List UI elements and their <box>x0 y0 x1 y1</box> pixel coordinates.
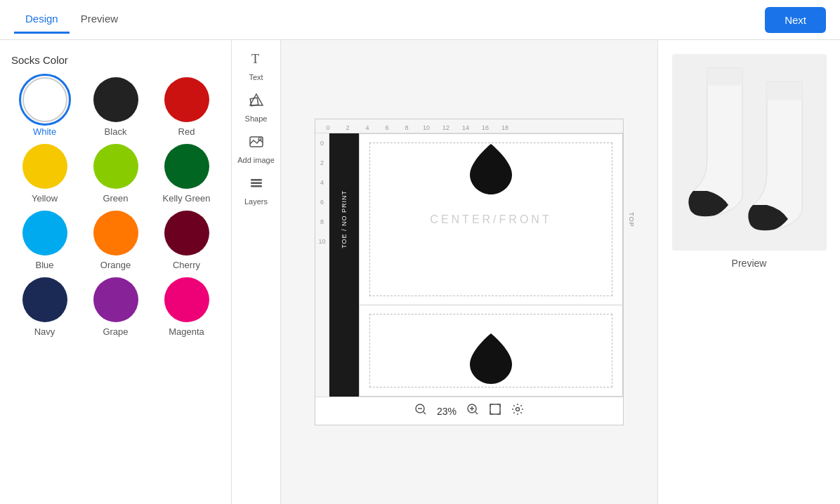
ruler-h-inner: 024681012141618 <box>315 124 515 131</box>
zoom-bar: 23% <box>315 397 623 425</box>
svg-rect-14 <box>490 404 500 414</box>
main-layout: Socks Color WhiteBlackRedYellowGreenKell… <box>0 40 840 504</box>
sock-design: TOE / NO PRINT CENTER/FRONT <box>329 133 623 397</box>
color-item-magenta[interactable]: Magenta <box>153 277 220 337</box>
color-item-yellow[interactable]: Yellow <box>11 144 78 204</box>
color-label-yellow: Yellow <box>32 193 58 204</box>
color-item-red[interactable]: Red <box>153 77 220 137</box>
add-image-tool-label: Add image <box>237 156 275 164</box>
svg-rect-6 <box>251 185 262 187</box>
ruler-h-num-10: 10 <box>416 124 436 131</box>
sock-upper: TOE / NO PRINT CENTER/FRONT <box>329 133 623 305</box>
layers-tool-label: Layers <box>244 197 268 206</box>
text-icon: T <box>249 51 264 71</box>
ruler-h-num-6: 6 <box>377 124 397 131</box>
color-label-green: Green <box>103 193 128 204</box>
preview-label: Preview <box>732 258 767 269</box>
color-label-cherry: Cherry <box>173 260 200 270</box>
svg-text:T: T <box>251 52 259 66</box>
tool-shape[interactable]: Shape <box>241 88 272 127</box>
shape-svg-top[interactable] <box>470 144 512 197</box>
canvas-inner: TOE / NO PRINT CENTER/FRONT <box>329 133 623 397</box>
tool-add-image[interactable]: Add image <box>233 130 279 168</box>
center-front-text: CENTER/FRONT <box>430 213 551 226</box>
color-label-kelly-green: Kelly Green <box>163 193 211 204</box>
ruler-h-num-2: 2 <box>338 124 357 131</box>
toe-no-print-label: TOE / NO PRINT <box>341 190 348 248</box>
shape-icon <box>249 93 264 112</box>
header: Design Preview Next <box>0 0 840 40</box>
color-item-grape[interactable]: Grape <box>82 277 149 337</box>
canvas-and-tools: TTextShapeAdd imageLayers 02468101214161… <box>232 40 657 504</box>
svg-rect-4 <box>251 179 262 181</box>
color-grid: WhiteBlackRedYellowGreenKelly GreenBlueO… <box>11 77 220 337</box>
ruler-v-num-10: 10 <box>315 232 329 251</box>
ruler-h-num-0: 0 <box>318 124 338 131</box>
zoom-percentage: 23% <box>437 406 457 417</box>
color-item-black[interactable]: Black <box>82 77 149 137</box>
ruler-v-num-6: 6 <box>315 192 329 212</box>
zoom-out-icon[interactable] <box>414 403 427 419</box>
color-label-navy: Navy <box>34 326 55 337</box>
sock-band-upper: TOE / NO PRINT <box>329 133 359 305</box>
ruler-v-num-0: 0 <box>315 133 329 153</box>
color-label-black: Black <box>105 126 127 137</box>
ruler-h-num-18: 18 <box>495 124 515 131</box>
preview-image <box>672 54 827 251</box>
svg-rect-17 <box>767 82 802 100</box>
color-label-grape: Grape <box>103 326 128 337</box>
svg-point-15 <box>516 408 520 411</box>
color-item-cherry[interactable]: Cherry <box>153 211 220 270</box>
color-label-orange: Orange <box>100 260 131 270</box>
svg-rect-5 <box>251 183 262 185</box>
color-item-orange[interactable]: Orange <box>82 211 149 270</box>
tab-design[interactable]: Design <box>14 6 70 34</box>
sock-center-upper: CENTER/FRONT TOP <box>359 133 623 305</box>
svg-rect-1 <box>250 98 258 106</box>
next-button[interactable]: Next <box>765 7 826 33</box>
tool-layers[interactable]: Layers <box>240 171 272 210</box>
color-item-white[interactable]: White <box>11 77 78 137</box>
ruler-horizontal: 024681012141618 <box>315 119 623 133</box>
center-panel: TTextShapeAdd imageLayers 02468101214161… <box>232 40 657 504</box>
tab-preview[interactable]: Preview <box>70 6 129 34</box>
zoom-in-icon[interactable] <box>466 403 479 419</box>
ruler-v-num-4: 4 <box>315 173 329 192</box>
tool-text[interactable]: TText <box>244 47 268 86</box>
color-item-green[interactable]: Green <box>82 144 149 204</box>
canvas-body: 0246810 TOE / NO PRINT <box>315 133 623 397</box>
ruler-h-num-12: 12 <box>436 124 456 131</box>
ruler-h-num-4: 4 <box>357 124 377 131</box>
color-item-navy[interactable]: Navy <box>11 277 78 337</box>
canvas-box: 024681012141618 0246810 <box>315 119 624 425</box>
panel-title: Socks Color <box>11 54 220 66</box>
canvas-scroll-area[interactable]: 024681012141618 0246810 <box>281 40 657 504</box>
fit-screen-icon[interactable] <box>489 403 501 419</box>
ruler-v-num-2: 2 <box>315 153 329 173</box>
text-tool-label: Text <box>249 73 263 81</box>
tools-column: TTextShapeAdd imageLayers <box>232 40 281 504</box>
shape-svg-bottom[interactable] <box>470 333 512 386</box>
color-label-blue: Blue <box>35 260 53 270</box>
add-image-icon <box>249 134 264 154</box>
svg-line-13 <box>475 412 478 414</box>
ruler-v-num-8: 8 <box>315 212 329 232</box>
layers-icon <box>249 175 264 195</box>
left-panel: Socks Color WhiteBlackRedYellowGreenKell… <box>0 40 232 504</box>
color-label-magenta: Magenta <box>169 326 204 337</box>
svg-line-9 <box>424 412 426 414</box>
ruler-h-num-8: 8 <box>397 124 416 131</box>
color-label-red: Red <box>178 126 195 137</box>
socks-illustration <box>679 61 820 244</box>
settings-icon[interactable] <box>511 403 524 419</box>
color-label-white: White <box>33 126 56 137</box>
shape-tool-label: Shape <box>245 114 268 123</box>
color-item-blue[interactable]: Blue <box>11 211 78 270</box>
ruler-h-num-16: 16 <box>475 124 495 131</box>
color-item-kelly-green[interactable]: Kelly Green <box>153 144 220 204</box>
top-label: TOP <box>628 212 635 227</box>
right-panel: Preview <box>657 40 840 504</box>
ruler-v-inner: 0246810 <box>315 133 329 251</box>
sock-band-lower <box>329 305 359 397</box>
svg-rect-16 <box>707 68 742 86</box>
